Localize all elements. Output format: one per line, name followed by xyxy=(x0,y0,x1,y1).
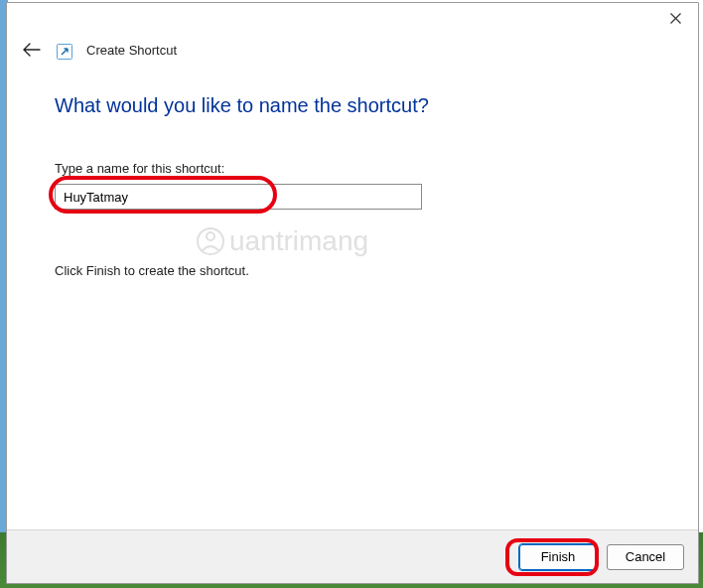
cancel-button[interactable]: Cancel xyxy=(607,544,684,570)
shortcut-name-input[interactable] xyxy=(55,184,422,210)
back-arrow-icon xyxy=(23,43,41,57)
dialog-content: What would you like to name the shortcut… xyxy=(7,61,698,529)
titlebar xyxy=(7,3,698,33)
dialog-header: Create Shortcut xyxy=(7,33,698,61)
svg-point-2 xyxy=(207,232,214,240)
create-shortcut-dialog: Create Shortcut What would you like to n… xyxy=(6,2,699,584)
back-button[interactable] xyxy=(21,39,43,61)
shortcut-icon xyxy=(57,44,72,60)
close-button[interactable] xyxy=(652,3,698,33)
dialog-title: Create Shortcut xyxy=(86,43,177,58)
watermark-icon xyxy=(196,226,225,256)
input-label: Type a name for this shortcut: xyxy=(55,161,658,176)
svg-point-1 xyxy=(198,228,223,254)
watermark: uantrimang xyxy=(196,225,368,257)
shortcut-name-input-wrap xyxy=(55,184,422,210)
dialog-footer: Finish Cancel xyxy=(7,529,698,583)
instruction-text: Click Finish to create the shortcut. xyxy=(55,263,658,278)
page-heading: What would you like to name the shortcut… xyxy=(55,94,658,117)
finish-button[interactable]: Finish xyxy=(519,544,597,570)
close-icon xyxy=(670,13,681,24)
watermark-text: uantrimang xyxy=(229,225,368,257)
